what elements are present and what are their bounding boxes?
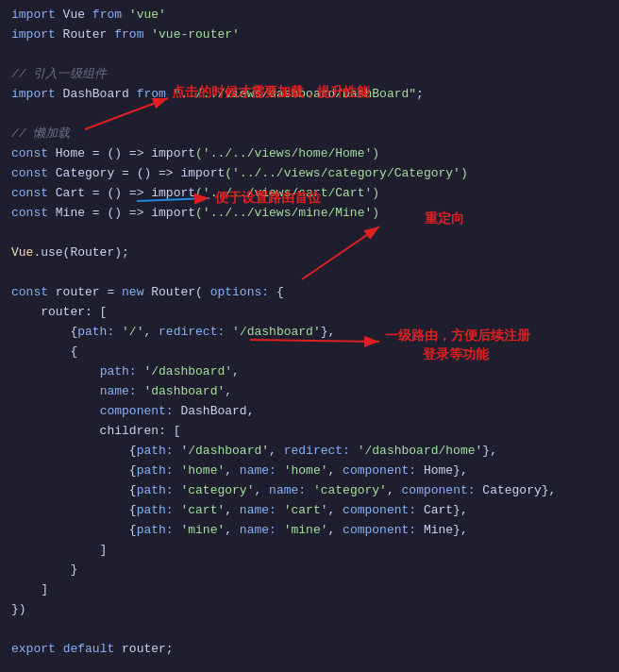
line-24: {path: 'home', name: 'home', component: …	[0, 462, 619, 481]
code-editor: import Vue from 'vue' import Router from…	[0, 0, 619, 665]
line-11: const Mine = () => import('../../views/m…	[0, 204, 619, 224]
line-20: name: 'dashboard',	[0, 382, 619, 402]
line-3	[0, 45, 619, 65]
line-19: path: '/dashboard',	[0, 362, 619, 382]
line-31: })	[0, 600, 619, 620]
line-2: import Router from 'vue-router'	[0, 25, 619, 45]
line-13: Vue.use(Router);	[0, 244, 619, 263]
line-26: {path: 'cart', name: 'cart', component: …	[0, 501, 619, 521]
line-10: const Cart = () => import('../../views/c…	[0, 184, 619, 204]
line-30: ]	[0, 580, 619, 600]
line-17: {path: '/', redirect: '/dashboard'},	[0, 323, 619, 343]
line-23: {path: '/dashboard', redirect: '/dashboa…	[0, 442, 619, 462]
line-25: {path: 'category', name: 'category', com…	[0, 481, 619, 501]
line-5: import DashBoard from "../../views/dashb…	[0, 85, 619, 105]
line-32	[0, 620, 619, 640]
line-1: import Vue from 'vue'	[0, 6, 619, 25]
line-21: component: DashBoard,	[0, 402, 619, 422]
line-12	[0, 224, 619, 244]
line-28: ]	[0, 541, 619, 561]
line-16: router: [	[0, 303, 619, 323]
line-29: }	[0, 561, 619, 580]
line-27: {path: 'mine', name: 'mine', component: …	[0, 521, 619, 541]
line-8: const Home = () => import('../../views/h…	[0, 144, 619, 164]
line-4: // 引入一级组件	[0, 65, 619, 85]
line-33: export default router;	[0, 640, 619, 660]
line-6	[0, 105, 619, 125]
line-18: {	[0, 343, 619, 362]
line-9: const Category = () => import('../../vie…	[0, 164, 619, 184]
line-22: children: [	[0, 422, 619, 442]
line-7: // 懒加载	[0, 125, 619, 144]
line-15: const router = new Router( options: {	[0, 283, 619, 303]
line-14	[0, 263, 619, 283]
